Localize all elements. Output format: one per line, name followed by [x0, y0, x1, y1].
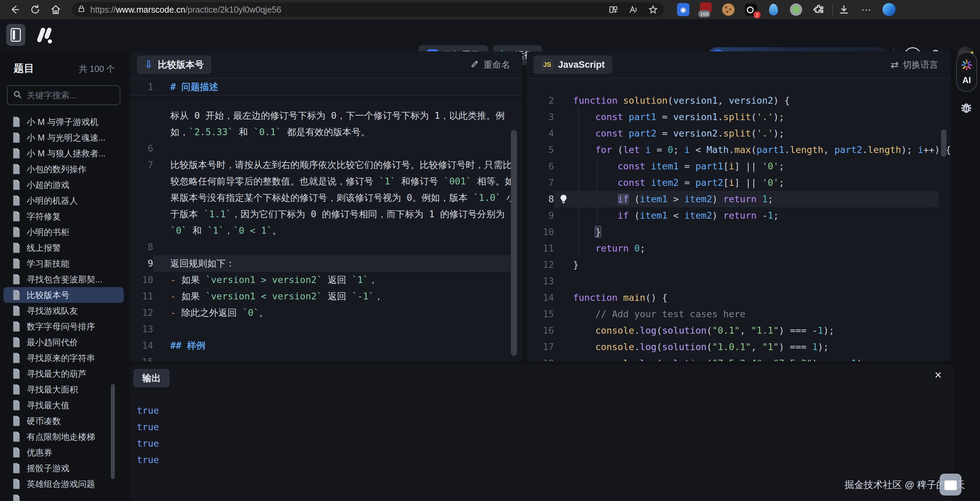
extensions-puzzle-icon[interactable]	[811, 2, 826, 17]
list-item[interactable]: 寻找最大值	[3, 397, 124, 413]
code-row[interactable]: 18 console.log(solution("7.5.2.4", "7.5.…	[527, 355, 951, 361]
markdown-row[interactable]: 7 比较版本号时，请按从左到右的顺序依次比较它们的修订号。比较修订号时，只需比	[130, 157, 522, 173]
markdown-scrollbar[interactable]	[511, 130, 517, 356]
recorder-extension-icon[interactable]	[789, 2, 803, 17]
list-item[interactable]: 优惠券	[3, 445, 124, 460]
markdown-row[interactable]: 8	[130, 239, 522, 255]
list-item[interactable]: 硬币凑数	[3, 413, 124, 429]
code-row[interactable]: 13	[527, 273, 951, 289]
code-row[interactable]: 11 return 0;	[527, 240, 951, 257]
password-manager-extension-icon[interactable]: ◉	[676, 2, 691, 17]
refresh-icon[interactable]	[29, 4, 41, 15]
markdown-row[interactable]: 果版本号没有指定某个下标处的修订号，则该修订号视为 0。例如，版本 `1.0` …	[130, 190, 522, 206]
address-bar[interactable]: https://www.marscode.cn/practice/2k10yl0…	[72, 2, 664, 17]
dark-extension-icon[interactable]: 2	[743, 2, 759, 17]
list-item[interactable]: 英雄组合游戏问题	[3, 476, 124, 492]
list-item[interactable]: 小 M 与弹子游戏机	[3, 114, 124, 130]
code-row[interactable]: 10 }	[527, 224, 951, 240]
line-number: 8	[130, 239, 153, 255]
list-item[interactable]: 数字字母问号排序	[3, 319, 124, 334]
code-row[interactable]: 15 // Add your test cases here	[527, 306, 951, 322]
cookie-extension-icon[interactable]	[721, 2, 736, 17]
markdown-row[interactable]: 15	[130, 354, 522, 361]
markdown-row[interactable]: 9 返回规则如下：	[130, 255, 522, 272]
back-icon[interactable]	[9, 4, 21, 15]
list-item[interactable]: 小 M 与狼人拯救者...	[3, 145, 124, 161]
code-row[interactable]: 14 function main() {	[527, 289, 951, 306]
home-icon[interactable]	[50, 4, 62, 15]
line-number: 10	[130, 272, 153, 288]
markdown-row[interactable]: 10 - 如果 `version1 > version2` 返回 `1`，	[130, 272, 522, 288]
code-row[interactable]: 7 const item2 = part2[i] || '0';	[527, 174, 951, 191]
sidebar-toggle-button[interactable]	[6, 24, 25, 46]
list-item[interactable]: 寻找最大的葫芦	[3, 366, 124, 381]
code-row[interactable]: 6 const item1 = part1[i] || '0';	[527, 158, 951, 174]
document-icon	[12, 337, 21, 348]
list-item[interactable]: 寻找原来的字符串	[3, 350, 124, 366]
code-row[interactable]: 17 console.log(solution("1.0.1", "1") ==…	[527, 339, 951, 355]
marscode-logo[interactable]	[34, 26, 56, 45]
droplet-extension-icon[interactable]	[766, 2, 781, 17]
close-icon[interactable]: ×	[934, 369, 942, 381]
rename-button[interactable]: 重命名	[471, 59, 510, 71]
markdown-editor[interactable]: 1 # 问题描述 标从 0 开始，最左边的修订号下标为 0，下一个修订号下标为 …	[130, 79, 522, 361]
search-box[interactable]	[7, 85, 120, 105]
list-item[interactable]: 最小趋同代价	[3, 334, 124, 350]
read-aloud-icon[interactable]	[628, 4, 639, 15]
list-item[interactable]: 摇骰子游戏	[3, 460, 124, 476]
document-icon	[12, 179, 21, 190]
list-item[interactable]: 寻找包含斐波那契...	[3, 271, 124, 287]
downloads-icon[interactable]	[836, 2, 851, 17]
markdown-row[interactable]: 13	[130, 321, 522, 337]
list-item[interactable]: 寻找游戏队友	[3, 303, 124, 319]
ai-assistant-button[interactable]: AI	[956, 52, 977, 92]
code-row[interactable]: 8 if (item1 > item2) return 1;	[527, 191, 951, 207]
markdown-row[interactable]: 11 - 如果 `version1 < version2` 返回 `-1`，	[130, 288, 522, 305]
list-item[interactable]: 小明的机器人	[3, 193, 124, 208]
debug-bug-icon[interactable]	[959, 101, 973, 115]
problem-tab[interactable]: ⇩ 比较版本号	[137, 56, 211, 74]
markdown-row[interactable]: 12 - 除此之外返回 `0`。	[130, 305, 522, 321]
list-item[interactable]: 小超的游戏	[3, 177, 124, 193]
list-item[interactable]: 字符修复	[3, 208, 124, 224]
favorite-star-icon[interactable]	[648, 4, 659, 15]
counter-extension-icon[interactable]: 166	[698, 2, 713, 17]
list-item[interactable]: 比较版本号	[3, 287, 124, 303]
markdown-row[interactable]: 6	[130, 140, 522, 157]
code-row[interactable]: 9 if (item1 < item2) return -1;	[527, 207, 951, 224]
list-item[interactable]	[3, 492, 124, 501]
split-screen-icon[interactable]	[608, 4, 619, 15]
list-item[interactable]: 学习新技能	[3, 255, 124, 271]
markdown-row[interactable]: 于版本 `1.1`，因为它们下标为 0 的修订号相同，而下标为 1 的修订号分别…	[130, 206, 522, 222]
list-item[interactable]: 小包的数列操作	[3, 161, 124, 177]
language-tab[interactable]: JS JavaScript	[533, 56, 612, 74]
markdown-row[interactable]: `0` 和 `1`，`0 < 1`。	[130, 222, 522, 239]
code-row[interactable]: 4 const part2 = version2.split('.');	[527, 125, 951, 142]
sidebar-scrollbar[interactable]	[111, 384, 115, 479]
code-scrollbar[interactable]	[941, 129, 947, 157]
list-item[interactable]: 小明的书柜	[3, 224, 124, 240]
markdown-row[interactable]: 标从 0 开始，最左边的修订号下标为 0，下一个修订号下标为 1，以此类推。例	[130, 107, 522, 124]
list-item[interactable]: 有点限制地走楼梯	[3, 429, 124, 445]
lightbulb-icon[interactable]	[554, 191, 573, 207]
code-row[interactable]: 2 function solution(version1, version2) …	[527, 93, 951, 109]
list-item[interactable]: 小 M 与光明之魂速...	[3, 130, 124, 145]
code-row[interactable]: 3 const part1 = version1.split('.');	[527, 109, 951, 125]
search-input[interactable]	[26, 90, 127, 101]
browser-menu-icon[interactable]: …	[859, 2, 874, 17]
code-row[interactable]: 12 }	[527, 257, 951, 273]
code-row[interactable]: 5 for (let i = 0; i < Math.max(part1.len…	[527, 142, 951, 158]
markdown-row[interactable]: 较忽略任何前导零后的整数值。也就是说，修订号 `1` 和修订号 `001` 相等…	[130, 173, 522, 190]
output-tab[interactable]: 输出	[134, 369, 170, 388]
copilot-icon[interactable]	[881, 2, 897, 17]
list-item[interactable]: 寻找最大面积	[3, 381, 124, 397]
list-item[interactable]: 线上报警	[3, 240, 124, 255]
list-item-label: 小 M 与弹子游戏机	[27, 116, 99, 128]
markdown-row[interactable]: 14 ## 样例	[130, 337, 522, 354]
markdown-row[interactable]: 如，`2.5.33` 和 `0.1` 都是有效的版本号。	[130, 124, 522, 140]
list-item-label: 数字字母问号排序	[27, 321, 95, 332]
code-row[interactable]: 16 console.log(solution("0.1", "1.1") ==…	[527, 322, 951, 339]
code-editor[interactable]: 2 function solution(version1, version2) …	[527, 79, 951, 361]
problem-tab-label: 比较版本号	[158, 59, 204, 71]
switch-language-button[interactable]: ⇄ 切换语言	[891, 59, 938, 71]
